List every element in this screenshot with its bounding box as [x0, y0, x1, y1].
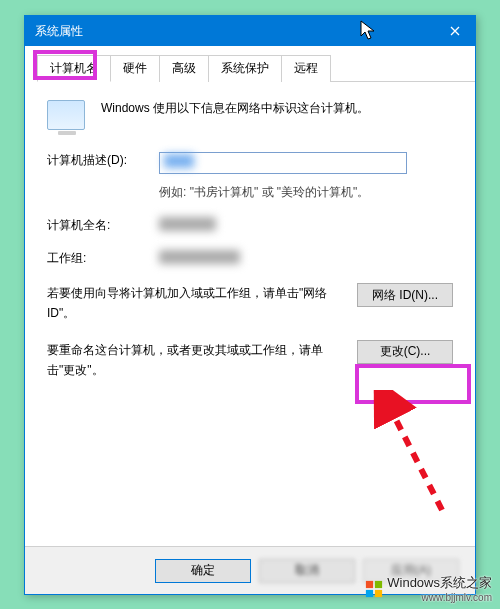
windows-logo-icon [365, 580, 383, 598]
network-id-text: 若要使用向导将计算机加入域或工作组，请单击"网络 ID"。 [47, 283, 347, 324]
intro-text: Windows 使用以下信息在网络中标识这台计算机。 [101, 100, 369, 117]
workgroup-label: 工作组: [47, 250, 147, 267]
network-id-button[interactable]: 网络 ID(N)... [357, 283, 453, 307]
tab-computer-name[interactable]: 计算机名 [37, 55, 111, 82]
close-button[interactable] [435, 16, 475, 46]
full-name-label: 计算机全名: [47, 217, 147, 234]
tab-content: Windows 使用以下信息在网络中标识这台计算机。 计算机描述(D): 例如:… [25, 82, 475, 415]
full-name-value: DESKTOP [159, 217, 216, 231]
computer-icon [47, 100, 85, 130]
watermark-brand: Windows系统之家 [387, 575, 492, 590]
tab-remote[interactable]: 远程 [281, 55, 331, 82]
change-button[interactable]: 更改(C)... [357, 340, 453, 364]
svg-rect-3 [366, 589, 373, 596]
svg-rect-1 [366, 580, 373, 587]
watermark-url: www.bjjmlv.com [387, 592, 492, 603]
cancel-button[interactable]: 取消 [259, 559, 355, 583]
svg-rect-2 [375, 580, 382, 587]
change-text: 要重命名这台计算机，或者更改其域或工作组，请单击"更改"。 [47, 340, 347, 381]
window-title: 系统属性 [35, 23, 435, 40]
description-example: 例如: "书房计算机" 或 "美玲的计算机"。 [159, 184, 453, 201]
svg-rect-4 [375, 589, 382, 596]
ok-button[interactable]: 确定 [155, 559, 251, 583]
workgroup-value: WORKGROUP [159, 250, 240, 264]
tabs: 计算机名 硬件 高级 系统保护 远程 [37, 54, 475, 82]
tab-hardware[interactable]: 硬件 [110, 55, 160, 82]
titlebar[interactable]: 系统属性 [25, 16, 475, 46]
description-label: 计算机描述(D): [47, 152, 147, 169]
system-properties-dialog: 系统属性 计算机名 硬件 高级 系统保护 远程 Windows 使用以下信息在网… [24, 15, 476, 595]
tab-advanced[interactable]: 高级 [159, 55, 209, 82]
watermark: Windows系统之家 www.bjjmlv.com [365, 574, 492, 603]
description-input[interactable] [159, 152, 407, 174]
tab-system-protection[interactable]: 系统保护 [208, 55, 282, 82]
